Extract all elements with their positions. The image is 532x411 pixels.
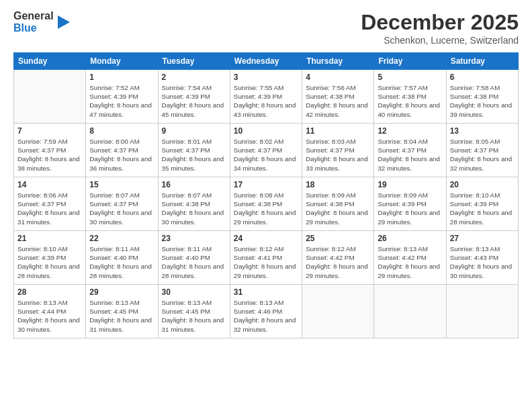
day-info: Sunrise: 8:12 AMSunset: 4:42 PMDaylight:… [306, 244, 370, 280]
calendar-cell: 16Sunrise: 8:07 AMSunset: 4:38 PMDayligh… [158, 177, 230, 231]
calendar-cell: 18Sunrise: 8:09 AMSunset: 4:38 PMDayligh… [302, 177, 374, 231]
calendar-cell: 9Sunrise: 8:01 AMSunset: 4:37 PMDaylight… [158, 124, 230, 177]
calendar-cell: 2Sunrise: 7:54 AMSunset: 4:39 PMDaylight… [158, 70, 230, 124]
day-info: Sunrise: 8:07 AMSunset: 4:37 PMDaylight:… [89, 191, 154, 226]
day-number: 7 [17, 126, 82, 136]
day-number: 14 [17, 180, 82, 189]
calendar-cell: 4Sunrise: 7:56 AMSunset: 4:38 PMDaylight… [302, 70, 374, 124]
day-number: 8 [89, 126, 154, 136]
calendar-week-2: 7Sunrise: 7:59 AMSunset: 4:37 PMDaylight… [14, 124, 519, 177]
day-number: 19 [378, 180, 442, 189]
calendar-cell: 3Sunrise: 7:55 AMSunset: 4:39 PMDaylight… [230, 70, 302, 124]
day-number: 18 [306, 180, 370, 189]
calendar-cell: 31Sunrise: 8:13 AMSunset: 4:46 PMDayligh… [230, 285, 302, 338]
logo-general-text: General [13, 10, 54, 22]
calendar-cell [374, 285, 446, 338]
day-info: Sunrise: 7:58 AMSunset: 4:38 PMDaylight:… [450, 83, 515, 119]
calendar-cell: 28Sunrise: 8:13 AMSunset: 4:44 PMDayligh… [14, 285, 86, 338]
day-info: Sunrise: 8:13 AMSunset: 4:45 PMDaylight:… [162, 298, 226, 334]
calendar-week-3: 14Sunrise: 8:06 AMSunset: 4:37 PMDayligh… [14, 177, 519, 231]
day-info: Sunrise: 8:09 AMSunset: 4:39 PMDaylight:… [378, 191, 442, 226]
calendar-cell: 22Sunrise: 8:11 AMSunset: 4:40 PMDayligh… [86, 231, 158, 285]
day-number: 4 [306, 73, 370, 82]
day-number: 21 [17, 234, 82, 243]
calendar-cell: 1Sunrise: 7:52 AMSunset: 4:39 PMDaylight… [86, 70, 158, 124]
calendar-cell: 10Sunrise: 8:02 AMSunset: 4:37 PMDayligh… [230, 124, 302, 177]
calendar-cell: 6Sunrise: 7:58 AMSunset: 4:38 PMDaylight… [446, 70, 518, 124]
calendar-cell: 24Sunrise: 8:12 AMSunset: 4:41 PMDayligh… [230, 231, 302, 285]
logo: General Blue [13, 10, 70, 34]
day-number: 6 [450, 73, 515, 82]
day-number: 30 [162, 287, 226, 297]
day-number: 12 [378, 126, 442, 136]
day-info: Sunrise: 8:09 AMSunset: 4:38 PMDaylight:… [306, 191, 370, 226]
calendar-cell: 12Sunrise: 8:04 AMSunset: 4:37 PMDayligh… [374, 124, 446, 177]
day-number: 16 [162, 180, 226, 189]
calendar-cell: 14Sunrise: 8:06 AMSunset: 4:37 PMDayligh… [14, 177, 86, 231]
day-info: Sunrise: 8:11 AMSunset: 4:40 PMDaylight:… [162, 244, 226, 280]
day-number: 10 [234, 126, 298, 136]
calendar-cell: 19Sunrise: 8:09 AMSunset: 4:39 PMDayligh… [374, 177, 446, 231]
day-number: 22 [89, 234, 154, 243]
day-number: 3 [234, 73, 298, 82]
calendar-header-saturday: Saturday [446, 53, 518, 70]
calendar-cell: 30Sunrise: 8:13 AMSunset: 4:45 PMDayligh… [158, 285, 230, 338]
day-number: 2 [162, 73, 226, 82]
day-number: 1 [89, 73, 154, 82]
calendar-cell: 25Sunrise: 8:12 AMSunset: 4:42 PMDayligh… [302, 231, 374, 285]
day-number: 25 [306, 234, 370, 243]
day-number: 27 [450, 234, 515, 243]
day-info: Sunrise: 8:06 AMSunset: 4:37 PMDaylight:… [17, 191, 82, 226]
calendar-cell: 17Sunrise: 8:08 AMSunset: 4:38 PMDayligh… [230, 177, 302, 231]
day-number: 20 [450, 180, 515, 189]
title-section: December 2025 Schenkon, Lucerne, Switzer… [361, 10, 519, 46]
logo-blue-text: Blue [13, 22, 54, 34]
calendar-header-thursday: Thursday [302, 53, 374, 70]
day-info: Sunrise: 7:59 AMSunset: 4:37 PMDaylight:… [17, 137, 82, 173]
day-info: Sunrise: 8:04 AMSunset: 4:37 PMDaylight:… [378, 137, 442, 173]
day-info: Sunrise: 8:02 AMSunset: 4:37 PMDaylight:… [234, 137, 298, 173]
calendar-cell: 5Sunrise: 7:57 AMSunset: 4:38 PMDaylight… [374, 70, 446, 124]
logo-image: General Blue [13, 10, 54, 34]
day-info: Sunrise: 8:13 AMSunset: 4:46 PMDaylight:… [234, 298, 298, 334]
day-number: 11 [306, 126, 370, 136]
day-number: 13 [450, 126, 515, 136]
day-info: Sunrise: 8:13 AMSunset: 4:45 PMDaylight:… [89, 298, 154, 334]
day-info: Sunrise: 8:10 AMSunset: 4:39 PMDaylight:… [17, 244, 82, 280]
day-number: 5 [378, 73, 442, 82]
calendar-table: SundayMondayTuesdayWednesdayThursdayFrid… [13, 52, 519, 338]
day-info: Sunrise: 8:11 AMSunset: 4:40 PMDaylight:… [89, 244, 154, 280]
day-number: 26 [378, 234, 442, 243]
calendar-header-row: SundayMondayTuesdayWednesdayThursdayFrid… [14, 53, 519, 70]
day-info: Sunrise: 8:05 AMSunset: 4:37 PMDaylight:… [450, 137, 515, 173]
day-info: Sunrise: 8:03 AMSunset: 4:37 PMDaylight:… [306, 137, 370, 173]
calendar-week-1: 1Sunrise: 7:52 AMSunset: 4:39 PMDaylight… [14, 70, 519, 124]
calendar-week-5: 28Sunrise: 8:13 AMSunset: 4:44 PMDayligh… [14, 285, 519, 338]
calendar-cell: 7Sunrise: 7:59 AMSunset: 4:37 PMDaylight… [14, 124, 86, 177]
day-number: 29 [89, 287, 154, 297]
day-info: Sunrise: 8:13 AMSunset: 4:43 PMDaylight:… [450, 244, 515, 280]
day-info: Sunrise: 8:10 AMSunset: 4:39 PMDaylight:… [450, 191, 515, 226]
calendar-cell: 8Sunrise: 8:00 AMSunset: 4:37 PMDaylight… [86, 124, 158, 177]
main-title: December 2025 [361, 10, 519, 35]
calendar-cell: 15Sunrise: 8:07 AMSunset: 4:37 PMDayligh… [86, 177, 158, 231]
calendar-cell: 21Sunrise: 8:10 AMSunset: 4:39 PMDayligh… [14, 231, 86, 285]
calendar-cell [302, 285, 374, 338]
day-info: Sunrise: 7:55 AMSunset: 4:39 PMDaylight:… [234, 83, 298, 119]
calendar-header-tuesday: Tuesday [158, 53, 230, 70]
day-info: Sunrise: 8:08 AMSunset: 4:38 PMDaylight:… [234, 191, 298, 226]
logo-triangle-icon [58, 15, 70, 29]
header: General Blue December 2025 Schenkon, Luc… [13, 10, 519, 46]
day-info: Sunrise: 8:12 AMSunset: 4:41 PMDaylight:… [234, 244, 298, 280]
calendar-week-4: 21Sunrise: 8:10 AMSunset: 4:39 PMDayligh… [14, 231, 519, 285]
calendar-cell: 11Sunrise: 8:03 AMSunset: 4:37 PMDayligh… [302, 124, 374, 177]
calendar-header-sunday: Sunday [14, 53, 86, 70]
calendar-cell: 23Sunrise: 8:11 AMSunset: 4:40 PMDayligh… [158, 231, 230, 285]
day-number: 24 [234, 234, 298, 243]
day-number: 9 [162, 126, 226, 136]
calendar-header-wednesday: Wednesday [230, 53, 302, 70]
calendar-cell [14, 70, 86, 124]
day-info: Sunrise: 7:54 AMSunset: 4:39 PMDaylight:… [162, 83, 226, 119]
page: General Blue December 2025 Schenkon, Luc… [0, 0, 532, 411]
day-number: 28 [17, 287, 82, 297]
